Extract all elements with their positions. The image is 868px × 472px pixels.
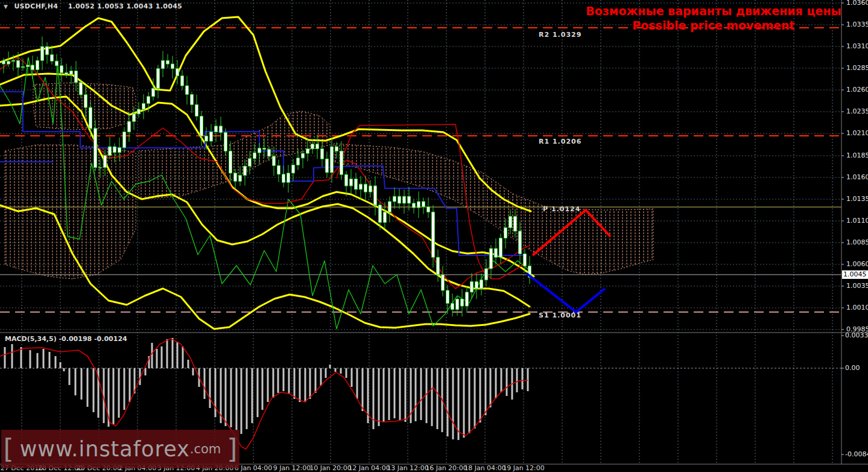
chart-title: ▼ USDCHF,H4 1.0052 1.0053 1.0043 1.0045	[4, 2, 182, 10]
ichimoku-clouds	[5, 83, 653, 279]
watermark-suffix: .com	[190, 442, 221, 456]
annotation-block: Возможные варианты движения цены Possibl…	[584, 4, 843, 33]
chart-selector-triangle-icon[interactable]: ▼	[4, 4, 8, 10]
watermark-bracket-left: [	[4, 437, 14, 461]
symbol-timeframe: USDCHF,H4	[14, 2, 58, 10]
annotation-line-ru: Возможные варианты движения цены	[584, 4, 843, 18]
watermark-text: www.instaforex	[20, 437, 190, 461]
macd-indicator-label: MACD(5,34,5) -0.00198 -0.00124	[5, 335, 127, 343]
price-axis[interactable]	[842, 0, 868, 464]
ohlc-quotes: 1.0052 1.0053 1.0043 1.0045	[68, 2, 182, 10]
chart-canvas[interactable]	[0, 0, 868, 472]
current-price-tag: 1.0045	[842, 270, 868, 279]
annotation-line-en: Possible price movement	[584, 18, 843, 33]
watermark-bracket-right: ]	[227, 437, 237, 461]
instaforex-watermark: [ www.instaforex .com ]	[1, 430, 239, 468]
mt4-chart-window: 1.03601.03351.03101.02851.02601.02351.02…	[0, 0, 868, 472]
